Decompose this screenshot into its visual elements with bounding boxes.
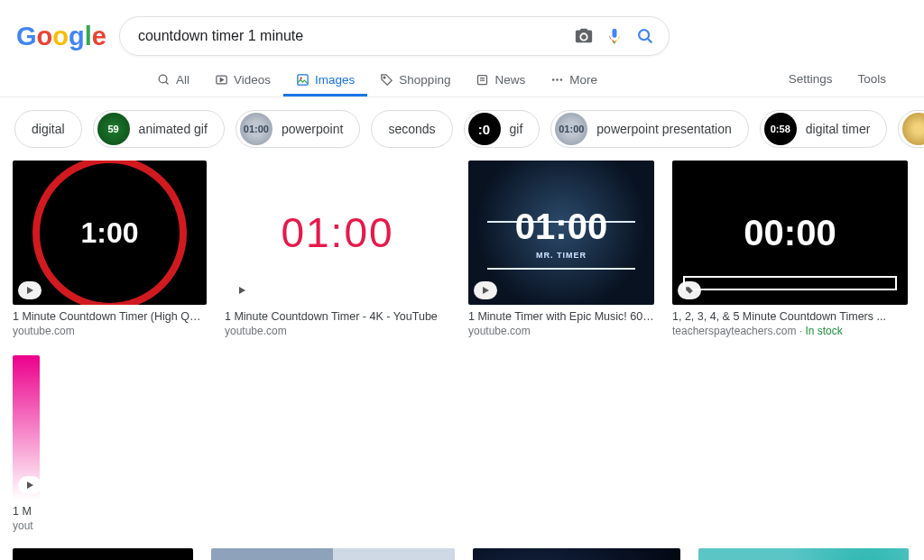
svg-point-7	[300, 77, 302, 79]
tab-news[interactable]: News	[463, 62, 538, 96]
result-title: 1 Minute Timer with Epic Music! 60 ...	[468, 310, 654, 323]
tab-more[interactable]: More	[538, 62, 610, 96]
play-badge-icon	[18, 281, 42, 299]
chip-label: digital timer	[806, 122, 871, 136]
search-icon[interactable]	[634, 25, 656, 47]
chip-label: digital	[32, 122, 65, 136]
google-logo[interactable]: Google	[16, 23, 106, 50]
tab-all-label: All	[176, 73, 189, 87]
play-badge-icon	[18, 476, 40, 494]
svg-point-12	[552, 78, 555, 81]
svg-marker-5	[220, 78, 223, 81]
result-card[interactable]: 01:00MR. TIMER 1 Minute Timer with Epic …	[468, 161, 654, 337]
tab-all[interactable]: All	[144, 62, 202, 96]
svg-point-2	[159, 75, 167, 83]
result-card[interactable]: 00:00 1, 2, 3, 4, & 5 Minute Countdown T…	[672, 161, 908, 337]
result-title: 1 M	[13, 505, 40, 518]
chip-thumb-icon: :0	[468, 113, 501, 145]
chip-gif[interactable]: :0gif	[464, 110, 541, 148]
header: Google	[0, 0, 924, 61]
chip-thumb-icon: 01:00	[555, 113, 587, 145]
tile-display: 00:00	[744, 213, 836, 253]
svg-marker-18	[27, 482, 33, 489]
tag-badge-icon	[678, 281, 701, 299]
result-source: teacherspayteachers.com · In stock	[672, 325, 908, 337]
chip-thumb-icon: 01:00	[240, 113, 273, 145]
chip-label: powerpoint	[282, 122, 344, 136]
right-links: Settings Tools	[789, 61, 924, 96]
result-card[interactable]: 01:00 1 Minute Countdown Timer - 4K - Yo…	[225, 161, 450, 337]
svg-point-14	[560, 78, 563, 81]
tile-display: 1:00	[80, 216, 138, 250]
result-card-partial[interactable]: 1 M yout	[13, 355, 40, 532]
result-card[interactable]: 0:59Timer 1 Minute Countdown Timer Stock…	[473, 548, 680, 560]
tab-images-label: Images	[315, 73, 355, 87]
result-card[interactable]: 1:00Stop 1 Minute Countdown Timer - YouT…	[13, 548, 193, 560]
chip-thumb-icon: 59	[97, 113, 130, 145]
tile-display: 01:00	[281, 208, 393, 257]
tile-display: 01:00	[515, 207, 607, 247]
search-input[interactable]	[138, 28, 564, 44]
svg-line-1	[648, 39, 652, 43]
chip-partial[interactable]: p	[898, 110, 924, 148]
tab-shopping[interactable]: Shopping	[367, 62, 463, 96]
svg-rect-6	[298, 74, 308, 84]
chip-digital-timer[interactable]: 0:58digital timer	[760, 110, 888, 148]
chip-powerpoint-presentation[interactable]: 01:00powerpoint presentation	[550, 110, 748, 148]
results-row-1: 1:00 1 Minute Countdown Timer (High Qual…	[0, 161, 924, 532]
result-source: youtube.com	[225, 325, 450, 337]
svg-point-13	[556, 78, 559, 81]
search-box[interactable]	[119, 16, 670, 56]
chip-digital[interactable]: digital	[14, 110, 82, 148]
tab-more-label: More	[569, 73, 597, 87]
chip-label: animated gif	[139, 122, 208, 136]
result-title: 1, 2, 3, 4, & 5 Minute Countdown Timers …	[672, 310, 908, 323]
svg-marker-17	[483, 287, 489, 294]
related-chips[interactable]: digital 59animated gif 01:00powerpoint s…	[0, 97, 924, 161]
result-source: yout	[13, 519, 40, 532]
play-badge-icon	[230, 281, 254, 299]
chip-animated-gif[interactable]: 59animated gif	[93, 110, 225, 148]
chip-thumb-icon: 0:58	[764, 113, 797, 145]
svg-line-3	[166, 81, 169, 84]
svg-marker-15	[27, 287, 33, 294]
result-card[interactable]: 1:00 1 Minute Countdown Timer (High Qual…	[13, 161, 207, 337]
chip-seconds[interactable]: seconds	[371, 110, 452, 148]
result-title: 1 Minute Countdown Timer (High Qualit...	[13, 310, 207, 323]
chip-label: powerpoint presentation	[596, 122, 731, 136]
tabs-row: All Videos Images Shopping News More Set…	[0, 61, 924, 97]
result-title: 1 Minute Countdown Timer - 4K - YouTube	[225, 310, 450, 323]
mic-icon[interactable]	[604, 25, 625, 47]
svg-point-8	[383, 77, 385, 78]
tab-shopping-label: Shopping	[399, 73, 450, 87]
tab-news-label: News	[494, 73, 525, 87]
result-card[interactable]: 01:00 1 minute timer slide templates.off…	[211, 548, 455, 560]
tab-videos[interactable]: Videos	[202, 62, 283, 96]
chip-label: gif	[510, 122, 523, 136]
result-source: youtube.com	[13, 325, 207, 337]
svg-marker-16	[239, 287, 245, 294]
tab-images[interactable]: Images	[283, 62, 367, 96]
camera-icon[interactable]	[573, 25, 595, 47]
play-badge-icon	[474, 281, 497, 299]
settings-link[interactable]: Settings	[789, 61, 833, 96]
chip-thumb-icon	[902, 113, 924, 145]
result-card[interactable]: COUNTDOWN TIMER 0100 WITH ALARM 1 Minute…	[698, 548, 909, 560]
tools-link[interactable]: Tools	[857, 61, 886, 96]
result-source: youtube.com	[468, 325, 654, 337]
svg-point-0	[639, 30, 649, 40]
results-row-2: 1:00Stop 1 Minute Countdown Timer - YouT…	[0, 532, 924, 560]
chip-label: seconds	[388, 122, 435, 136]
tab-videos-label: Videos	[234, 73, 271, 87]
chip-powerpoint[interactable]: 01:00powerpoint	[236, 110, 361, 148]
